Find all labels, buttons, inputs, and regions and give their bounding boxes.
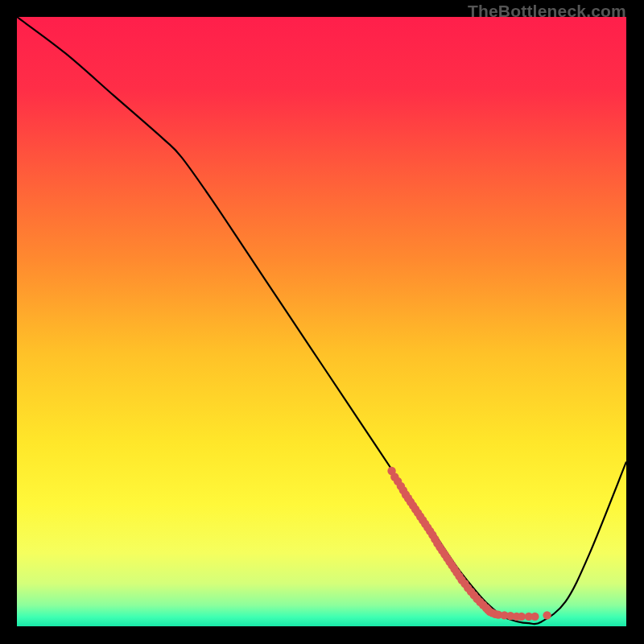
watermark-text: TheBottleneck.com	[468, 2, 626, 21]
plot-area	[17, 17, 626, 626]
scatter-point	[543, 611, 551, 619]
chart-container: TheBottleneck.com	[0, 0, 644, 644]
scatter-point	[518, 613, 526, 621]
gradient-background	[17, 17, 626, 626]
chart-svg	[17, 17, 626, 626]
scatter-point	[530, 613, 539, 621]
